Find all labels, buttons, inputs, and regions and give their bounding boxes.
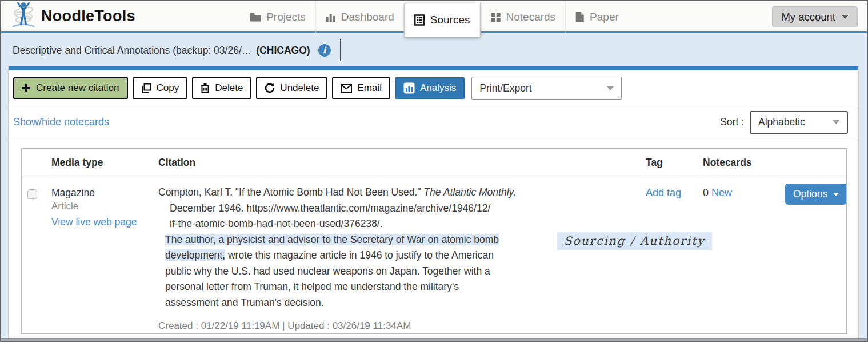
sort-select[interactable]: Alphabetic [750, 111, 848, 134]
window-bottom-edge [1, 338, 867, 341]
delete-button[interactable]: Delete [192, 77, 251, 99]
file-icon [575, 11, 585, 23]
copy-icon [141, 83, 151, 93]
notecards-count: 0 [703, 187, 709, 198]
citation-segment: if-the-atomic-bomb-had-not-been-used/376… [158, 216, 383, 232]
envelope-icon [341, 84, 352, 93]
column-header-media-type: Media type [51, 157, 158, 169]
noodletools-logo-icon [10, 1, 37, 32]
citation-segment: December 1946. https://www.theatlantic.c… [158, 201, 490, 217]
citation-source-title: The Atlantic Monthly, [423, 186, 515, 198]
bar-chart-icon [326, 12, 336, 22]
project-title: Descriptive and Critical Annotations (ba… [13, 45, 251, 57]
table-row: Magazine Article View live web page Comp… [22, 177, 846, 334]
nav-tab-paper[interactable]: Paper [565, 1, 629, 33]
print-export-select[interactable]: Print/Export [471, 77, 622, 100]
media-type-value: Magazine [51, 186, 158, 200]
info-icon[interactable]: i [318, 44, 331, 57]
annotation-segment: wrote this magazine article in 1946 to j… [225, 249, 494, 261]
chevron-down-icon [833, 120, 839, 124]
trash-icon [201, 83, 210, 93]
sort-label: Sort : [720, 116, 744, 128]
analysis-button[interactable]: Analysis [395, 77, 465, 99]
list-controls-bar: Show/hide notecards Sort : Alphabetic [9, 106, 858, 138]
sort-value: Alphabetic [758, 116, 805, 128]
nav-tab-label: Projects [266, 11, 306, 23]
plus-icon [22, 83, 31, 93]
print-export-value: Print/Export [479, 82, 531, 94]
list-doc-icon [414, 14, 425, 26]
sources-table: Media type Citation Tag Notecards Magazi… [21, 148, 847, 334]
created-updated-meta: Created : 01/22/19 11:19AM | Updated : 0… [158, 318, 646, 334]
media-subtype-value: Article [51, 200, 158, 213]
add-tag-link[interactable]: Add tag [646, 187, 681, 198]
nav-tab-label: Paper [590, 11, 619, 23]
brand: NoodleTools [10, 1, 135, 31]
citation-toolbar: Create new citation Copy Delete Undelete [9, 70, 858, 106]
grid-icon [490, 12, 501, 22]
nav-tab-projects[interactable]: Projects [239, 1, 315, 33]
column-header-notecards: Notecards [703, 157, 785, 169]
column-header-citation: Citation [158, 157, 646, 169]
citation-cell: Compton, Karl T. "If the Atomic Bomb Had… [158, 177, 646, 334]
analysis-annotation-tag: Sourcing / Authority [557, 232, 712, 250]
chevron-down-icon [833, 193, 839, 196]
view-live-web-page-link[interactable]: View live web page [51, 215, 158, 229]
annotation-segment: personal letter from Truman, it helped m… [165, 281, 459, 292]
annotation-segment: public why the U.S. had used nuclear wea… [165, 265, 490, 277]
project-title-bar: Descriptive and Critical Annotations (ba… [1, 34, 867, 67]
nav-tab-label: Sources [430, 14, 470, 26]
email-button[interactable]: Email [332, 77, 390, 99]
annotation-text: The author, a physicist and advisor to t… [165, 232, 565, 311]
table-header-row: Media type Citation Tag Notecards [22, 149, 846, 177]
sources-panel: Create new citation Copy Delete Undelete [8, 66, 859, 339]
folder-icon [249, 12, 261, 22]
undo-arrow-icon [265, 83, 275, 93]
annotation-highlighted-text: The author, a physicist and advisor to t… [165, 234, 499, 245]
chevron-down-icon [842, 15, 849, 19]
options-button[interactable]: Options [785, 184, 847, 205]
create-new-citation-button[interactable]: Create new citation [13, 77, 128, 99]
notecards-new-link[interactable]: New [711, 187, 732, 198]
show-hide-notecards-link[interactable]: Show/hide notecards [13, 116, 109, 128]
sort-control: Sort : Alphabetic [720, 111, 848, 134]
analysis-chart-icon [403, 82, 415, 94]
nav-tab-dashboard[interactable]: Dashboard [315, 1, 404, 33]
divider [9, 138, 858, 138]
undelete-button[interactable]: Undelete [256, 77, 327, 99]
media-type-cell: Magazine Article View live web page [51, 177, 158, 229]
top-navigation-bar: NoodleTools Projects Dashboard [1, 1, 867, 33]
citation-text: Compton, Karl T. "If the Atomic Bomb Had… [158, 185, 570, 232]
citation-segment: Compton, Karl T. "If the Atomic Bomb Had… [158, 186, 423, 198]
primary-nav: Projects Dashboard Sources [239, 1, 629, 33]
column-header-tag: Tag [646, 157, 703, 169]
my-account-label: My account [781, 11, 835, 23]
nav-tab-sources[interactable]: Sources [404, 3, 481, 37]
my-account-button[interactable]: My account [772, 6, 858, 27]
tag-cell: Add tag [646, 177, 703, 199]
nav-tab-label: Notecards [506, 11, 555, 23]
nav-tab-notecards[interactable]: Notecards [480, 1, 565, 33]
copy-button[interactable]: Copy [133, 77, 188, 99]
panel-accent-bar [9, 66, 858, 70]
chevron-down-icon [607, 86, 614, 90]
app-window: NoodleTools Projects Dashboard [0, 0, 868, 342]
brand-name: NoodleTools [41, 7, 135, 25]
annotation-segment: assessment and Truman's decision. [165, 297, 324, 308]
citation-style-badge: (CHICAGO) [256, 45, 310, 57]
title-divider [340, 39, 341, 61]
nav-tab-label: Dashboard [341, 11, 394, 23]
annotation-highlighted-text: development, [165, 249, 225, 261]
notecards-cell: 0New [703, 177, 785, 199]
row-checkbox[interactable] [27, 189, 37, 199]
